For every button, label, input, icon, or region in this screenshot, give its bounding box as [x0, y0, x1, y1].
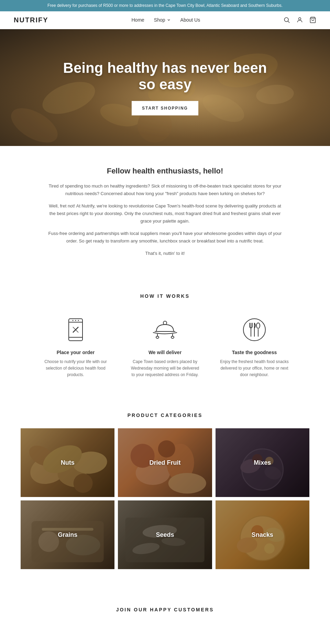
step-taste-title: Taste the goodness [220, 350, 289, 355]
nuts-label: Nuts [61, 459, 75, 466]
svg-point-34 [256, 323, 260, 328]
header: NUTRIFY Home Shop About Us [0, 11, 330, 29]
svg-point-25 [156, 336, 159, 338]
svg-point-18 [75, 320, 76, 321]
category-dried-fruit[interactable]: Dried Fruit [118, 428, 212, 497]
phone-order-icon [62, 316, 89, 343]
about-p1: Tired of spending too much on healthy in… [48, 182, 282, 197]
how-it-works-heading: HOW IT WORKS [21, 293, 309, 299]
delivery-icon [151, 316, 179, 343]
product-categories-heading: PRODUCT CATEGORIES [21, 413, 309, 418]
svg-point-17 [73, 320, 74, 321]
nav-icons [283, 16, 316, 23]
about-section: Fellow health enthusiasts, hello! Tired … [0, 146, 330, 280]
chevron-down-icon [167, 18, 171, 22]
step-order: Place your order Choose to nutrify your … [41, 316, 110, 379]
hero-headline: Being healthy has never been so easy [62, 60, 268, 93]
step-deliver-desc: Cape Town based orders placed by Wednesd… [131, 359, 199, 379]
logo[interactable]: NUTRIFY [14, 16, 48, 24]
join-section: JOIN OUR HAPPY CUSTOMERS [0, 590, 330, 636]
hero-cta-button[interactable]: START SHOPPING [132, 101, 198, 115]
step-order-title: Place your order [41, 350, 110, 355]
announcement-bar: Free delivery for purchases of R500 or m… [0, 0, 330, 11]
mixes-label: Mixes [254, 459, 271, 466]
about-p4: That's it, nuttin' to it! [48, 250, 282, 257]
dried-fruit-label: Dried Fruit [149, 459, 180, 466]
svg-point-2 [299, 18, 301, 20]
nav: Home Shop About Us [132, 17, 200, 23]
step-taste-desc: Enjoy the freshest health food snacks de… [220, 359, 289, 379]
step-deliver: We will deliver Cape Town based orders p… [131, 316, 199, 379]
hero-content: Being healthy has never been so easy STA… [62, 60, 268, 116]
about-p2: Well, fret not! At Nutrify, we're lookin… [48, 202, 282, 225]
category-mixes[interactable]: Mixes [216, 428, 309, 497]
svg-point-19 [78, 320, 79, 321]
hero-section: Being healthy has never been so easy STA… [0, 29, 330, 146]
search-icon[interactable] [283, 16, 290, 23]
step-taste: Taste the goodness Enjoy the freshest he… [220, 316, 289, 379]
step-order-desc: Choose to nutrify your life with our sel… [41, 359, 110, 379]
grains-label: Grains [58, 531, 77, 539]
seeds-label: Seeds [156, 531, 174, 539]
nav-shop[interactable]: Shop [154, 17, 171, 23]
category-seeds[interactable]: Seeds [118, 500, 212, 569]
announcement-text: Free delivery for purchases of R500 or m… [47, 3, 283, 8]
category-grains[interactable]: Grains [21, 500, 114, 569]
svg-line-1 [288, 21, 290, 23]
about-p3: Fuss-free ordering and partnerships with… [48, 230, 282, 245]
svg-point-0 [284, 18, 288, 22]
step-deliver-title: We will deliver [131, 350, 199, 355]
svg-point-26 [171, 336, 174, 338]
join-heading: JOIN OUR HAPPY CUSTOMERS [21, 607, 309, 612]
account-icon[interactable] [296, 16, 303, 23]
taste-icon [241, 316, 268, 343]
category-snacks[interactable]: Snacks [216, 500, 309, 569]
about-heading: Fellow health enthusiasts, hello! [34, 167, 296, 176]
categories-grid: Nuts Dried Fruit [21, 428, 309, 569]
svg-point-21 [163, 321, 167, 325]
cart-icon[interactable] [309, 16, 316, 23]
category-nuts[interactable]: Nuts [21, 428, 114, 497]
nav-home[interactable]: Home [132, 17, 144, 23]
snacks-label: Snacks [252, 531, 273, 539]
steps-container: Place your order Choose to nutrify your … [21, 316, 309, 379]
product-categories-section: PRODUCT CATEGORIES Nuts [0, 399, 330, 590]
how-it-works-section: HOW IT WORKS Place your ord [0, 280, 330, 399]
nav-about[interactable]: About Us [180, 17, 200, 23]
